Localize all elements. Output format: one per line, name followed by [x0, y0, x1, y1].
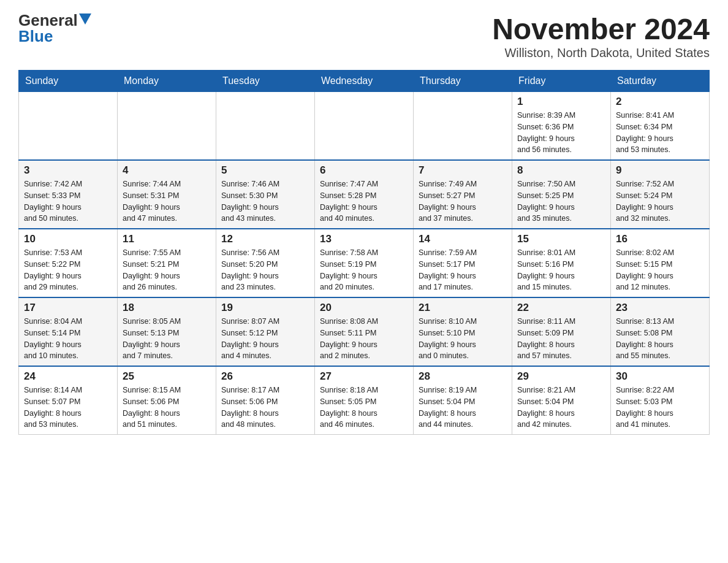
table-row: 16Sunrise: 8:02 AMSunset: 5:15 PMDayligh…	[611, 229, 710, 297]
day-info: Sunrise: 8:04 AMSunset: 5:14 PMDaylight:…	[24, 316, 112, 362]
table-row	[315, 92, 414, 161]
day-info: Sunrise: 8:19 AMSunset: 5:04 PMDaylight:…	[419, 385, 507, 431]
day-info: Sunrise: 8:15 AMSunset: 5:06 PMDaylight:…	[123, 385, 211, 431]
day-number: 28	[419, 370, 507, 383]
day-info: Sunrise: 8:11 AMSunset: 5:09 PMDaylight:…	[517, 316, 605, 362]
day-number: 30	[616, 370, 704, 383]
table-row	[19, 92, 118, 161]
day-number: 11	[123, 233, 211, 245]
day-info: Sunrise: 7:53 AMSunset: 5:22 PMDaylight:…	[24, 247, 112, 293]
day-number: 27	[320, 370, 408, 383]
table-row: 5Sunrise: 7:46 AMSunset: 5:30 PMDaylight…	[216, 160, 315, 229]
logo: General Blue	[18, 12, 91, 44]
calendar-row: 1Sunrise: 8:39 AMSunset: 6:36 PMDaylight…	[19, 92, 710, 161]
col-sunday: Sunday	[19, 71, 118, 92]
day-info: Sunrise: 8:18 AMSunset: 5:05 PMDaylight:…	[320, 385, 408, 431]
day-number: 9	[616, 164, 704, 177]
table-row: 13Sunrise: 7:58 AMSunset: 5:19 PMDayligh…	[315, 229, 414, 297]
calendar-row: 10Sunrise: 7:53 AMSunset: 5:22 PMDayligh…	[19, 229, 710, 297]
table-row: 12Sunrise: 7:56 AMSunset: 5:20 PMDayligh…	[216, 229, 315, 297]
day-number: 10	[24, 233, 112, 245]
location-title: Williston, North Dakota, United States	[492, 46, 710, 60]
day-info: Sunrise: 8:10 AMSunset: 5:10 PMDaylight:…	[419, 316, 507, 362]
day-info: Sunrise: 7:49 AMSunset: 5:27 PMDaylight:…	[419, 178, 507, 224]
day-number: 16	[616, 233, 704, 245]
day-number: 6	[320, 164, 408, 177]
table-row: 24Sunrise: 8:14 AMSunset: 5:07 PMDayligh…	[19, 366, 118, 435]
calendar-header-row: Sunday Monday Tuesday Wednesday Thursday…	[19, 71, 710, 92]
day-info: Sunrise: 8:39 AMSunset: 6:36 PMDaylight:…	[517, 110, 605, 156]
day-number: 18	[123, 302, 211, 314]
table-row: 26Sunrise: 8:17 AMSunset: 5:06 PMDayligh…	[216, 366, 315, 435]
day-info: Sunrise: 8:21 AMSunset: 5:04 PMDaylight:…	[517, 385, 605, 431]
table-row: 29Sunrise: 8:21 AMSunset: 5:04 PMDayligh…	[512, 366, 611, 435]
table-row: 23Sunrise: 8:13 AMSunset: 5:08 PMDayligh…	[611, 297, 710, 366]
day-info: Sunrise: 7:52 AMSunset: 5:24 PMDaylight:…	[616, 178, 704, 224]
day-number: 5	[221, 164, 309, 177]
col-monday: Monday	[118, 71, 216, 92]
svg-marker-0	[79, 13, 91, 25]
table-row: 20Sunrise: 8:08 AMSunset: 5:11 PMDayligh…	[315, 297, 414, 366]
table-row: 25Sunrise: 8:15 AMSunset: 5:06 PMDayligh…	[118, 366, 216, 435]
table-row	[118, 92, 216, 161]
day-number: 8	[517, 164, 605, 177]
col-tuesday: Tuesday	[216, 71, 315, 92]
day-info: Sunrise: 8:14 AMSunset: 5:07 PMDaylight:…	[24, 385, 112, 431]
day-info: Sunrise: 7:55 AMSunset: 5:21 PMDaylight:…	[123, 247, 211, 293]
logo-arrow-icon	[79, 13, 91, 25]
day-number: 22	[517, 302, 605, 314]
day-number: 1	[517, 96, 605, 108]
col-thursday: Thursday	[414, 71, 512, 92]
col-saturday: Saturday	[611, 71, 710, 92]
day-info: Sunrise: 8:05 AMSunset: 5:13 PMDaylight:…	[123, 316, 211, 362]
table-row: 21Sunrise: 8:10 AMSunset: 5:10 PMDayligh…	[414, 297, 512, 366]
day-info: Sunrise: 8:41 AMSunset: 6:34 PMDaylight:…	[616, 110, 704, 156]
day-number: 17	[24, 302, 112, 314]
day-number: 26	[221, 370, 309, 383]
table-row: 2Sunrise: 8:41 AMSunset: 6:34 PMDaylight…	[611, 92, 710, 161]
day-info: Sunrise: 8:01 AMSunset: 5:16 PMDaylight:…	[517, 247, 605, 293]
day-info: Sunrise: 8:17 AMSunset: 5:06 PMDaylight:…	[221, 385, 309, 431]
day-info: Sunrise: 7:47 AMSunset: 5:28 PMDaylight:…	[320, 178, 408, 224]
calendar-row: 17Sunrise: 8:04 AMSunset: 5:14 PMDayligh…	[19, 297, 710, 366]
day-number: 21	[419, 302, 507, 314]
col-wednesday: Wednesday	[315, 71, 414, 92]
table-row	[414, 92, 512, 161]
title-block: November 2024 Williston, North Dakota, U…	[492, 12, 710, 60]
table-row: 1Sunrise: 8:39 AMSunset: 6:36 PMDaylight…	[512, 92, 611, 161]
day-number: 20	[320, 302, 408, 314]
day-info: Sunrise: 7:59 AMSunset: 5:17 PMDaylight:…	[419, 247, 507, 293]
day-number: 19	[221, 302, 309, 314]
table-row: 8Sunrise: 7:50 AMSunset: 5:25 PMDaylight…	[512, 160, 611, 229]
month-title: November 2024	[492, 12, 710, 46]
day-number: 2	[616, 96, 704, 108]
table-row: 9Sunrise: 7:52 AMSunset: 5:24 PMDaylight…	[611, 160, 710, 229]
calendar-table: Sunday Monday Tuesday Wednesday Thursday…	[18, 70, 710, 435]
table-row: 27Sunrise: 8:18 AMSunset: 5:05 PMDayligh…	[315, 366, 414, 435]
table-row: 3Sunrise: 7:42 AMSunset: 5:33 PMDaylight…	[19, 160, 118, 229]
day-info: Sunrise: 8:13 AMSunset: 5:08 PMDaylight:…	[616, 316, 704, 362]
table-row: 7Sunrise: 7:49 AMSunset: 5:27 PMDaylight…	[414, 160, 512, 229]
day-number: 25	[123, 370, 211, 383]
day-number: 24	[24, 370, 112, 383]
table-row: 11Sunrise: 7:55 AMSunset: 5:21 PMDayligh…	[118, 229, 216, 297]
day-number: 23	[616, 302, 704, 314]
table-row: 17Sunrise: 8:04 AMSunset: 5:14 PMDayligh…	[19, 297, 118, 366]
day-info: Sunrise: 8:07 AMSunset: 5:12 PMDaylight:…	[221, 316, 309, 362]
table-row: 4Sunrise: 7:44 AMSunset: 5:31 PMDaylight…	[118, 160, 216, 229]
table-row: 6Sunrise: 7:47 AMSunset: 5:28 PMDaylight…	[315, 160, 414, 229]
day-info: Sunrise: 7:58 AMSunset: 5:19 PMDaylight:…	[320, 247, 408, 293]
table-row: 14Sunrise: 7:59 AMSunset: 5:17 PMDayligh…	[414, 229, 512, 297]
table-row: 22Sunrise: 8:11 AMSunset: 5:09 PMDayligh…	[512, 297, 611, 366]
day-number: 14	[419, 233, 507, 245]
table-row	[216, 92, 315, 161]
logo-general: General	[18, 12, 78, 28]
day-info: Sunrise: 7:50 AMSunset: 5:25 PMDaylight:…	[517, 178, 605, 224]
day-number: 12	[221, 233, 309, 245]
day-info: Sunrise: 7:46 AMSunset: 5:30 PMDaylight:…	[221, 178, 309, 224]
col-friday: Friday	[512, 71, 611, 92]
logo-blue: Blue	[18, 28, 53, 44]
table-row: 15Sunrise: 8:01 AMSunset: 5:16 PMDayligh…	[512, 229, 611, 297]
page-header: General Blue November 2024 Williston, No…	[18, 12, 710, 60]
day-info: Sunrise: 8:22 AMSunset: 5:03 PMDaylight:…	[616, 385, 704, 431]
